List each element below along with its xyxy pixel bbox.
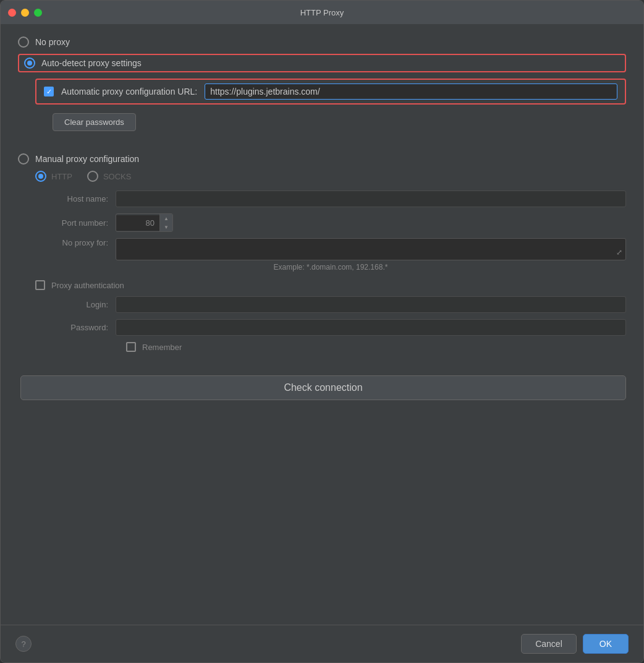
expand-icon[interactable]: ⤢ <box>616 248 622 257</box>
http-label: HTTP <box>51 172 72 181</box>
manual-proxy-option[interactable]: Manual proxy configuration <box>18 153 626 165</box>
no-proxy-for-label: No proxy for: <box>35 238 116 247</box>
manual-proxy-label: Manual proxy configuration <box>35 154 139 164</box>
socks-radio[interactable] <box>87 171 98 182</box>
window-title: HTTP Proxy <box>300 8 344 17</box>
bottom-actions: Cancel OK <box>521 634 629 654</box>
remember-row[interactable]: Remember <box>126 342 626 352</box>
no-proxy-label: No proxy <box>35 37 70 47</box>
password-label: Password: <box>35 323 116 332</box>
password-input[interactable] <box>116 319 626 336</box>
remember-label: Remember <box>142 343 182 352</box>
proxy-auth-label: Proxy authentication <box>51 281 124 290</box>
protocol-row: HTTP SOCKS <box>35 171 626 182</box>
login-row: Login: <box>35 296 626 313</box>
minimize-button[interactable] <box>21 9 29 17</box>
content-area: No proxy Auto-detect proxy settings Auto… <box>1 24 643 625</box>
proxy-auth-row[interactable]: Proxy authentication <box>35 280 626 290</box>
login-input[interactable] <box>116 296 626 313</box>
proxy-url-row: Automatic proxy configuration URL: <box>35 79 626 105</box>
http-proxy-dialog: HTTP Proxy No proxy Auto-detect proxy se… <box>0 0 644 663</box>
http-radio[interactable] <box>35 171 46 182</box>
proxy-auth-checkbox[interactable] <box>35 280 45 290</box>
port-number-row: Port number: ▲ ▼ <box>35 213 626 232</box>
auto-detect-radio[interactable] <box>24 58 35 69</box>
port-number-input[interactable] <box>116 215 159 231</box>
auto-proxy-url-label: Automatic proxy configuration URL: <box>61 87 197 96</box>
example-text: Example: *.domain.com, 192.168.* <box>35 263 626 272</box>
ok-button[interactable]: OK <box>583 634 629 654</box>
port-increment-button[interactable]: ▲ <box>160 214 172 223</box>
manual-proxy-section: Manual proxy configuration HTTP SOCKS Ho… <box>18 153 626 363</box>
host-name-row: Host name: <box>35 190 626 207</box>
http-protocol-option[interactable]: HTTP <box>35 171 72 182</box>
auto-proxy-url-checkbox[interactable] <box>44 87 54 96</box>
traffic-lights <box>8 9 42 17</box>
port-decrement-button[interactable]: ▼ <box>160 223 172 231</box>
auto-detect-label: Auto-detect proxy settings <box>41 58 142 68</box>
auto-proxy-url-input[interactable] <box>205 83 617 100</box>
port-number-label: Port number: <box>35 218 116 228</box>
login-label: Login: <box>35 300 116 309</box>
cancel-button[interactable]: Cancel <box>521 634 577 654</box>
no-proxy-input-wrap: ⤢ <box>116 238 626 260</box>
no-proxy-for-row: No proxy for: ⤢ <box>35 238 626 260</box>
check-connection-button[interactable]: Check connection <box>20 375 626 400</box>
socks-protocol-option[interactable]: SOCKS <box>87 171 132 182</box>
bottom-bar: ? Cancel OK <box>1 625 643 662</box>
remember-checkbox[interactable] <box>126 342 136 352</box>
host-name-label: Host name: <box>35 194 116 203</box>
clear-passwords-button[interactable]: Clear passwords <box>53 113 136 131</box>
manual-proxy-radio[interactable] <box>18 153 29 165</box>
close-button[interactable] <box>8 9 16 17</box>
no-proxy-option[interactable]: No proxy <box>18 36 626 48</box>
maximize-button[interactable] <box>34 9 42 17</box>
help-button[interactable]: ? <box>15 636 32 652</box>
title-bar: HTTP Proxy <box>1 1 643 24</box>
port-input-wrap: ▲ ▼ <box>116 213 173 232</box>
no-proxy-for-input[interactable] <box>116 238 626 260</box>
auto-detect-radio-box[interactable]: Auto-detect proxy settings <box>18 54 626 72</box>
no-proxy-radio[interactable] <box>18 36 29 48</box>
password-row: Password: <box>35 319 626 336</box>
socks-label: SOCKS <box>103 172 132 181</box>
port-spinner: ▲ ▼ <box>159 214 172 231</box>
host-name-input[interactable] <box>116 190 626 207</box>
